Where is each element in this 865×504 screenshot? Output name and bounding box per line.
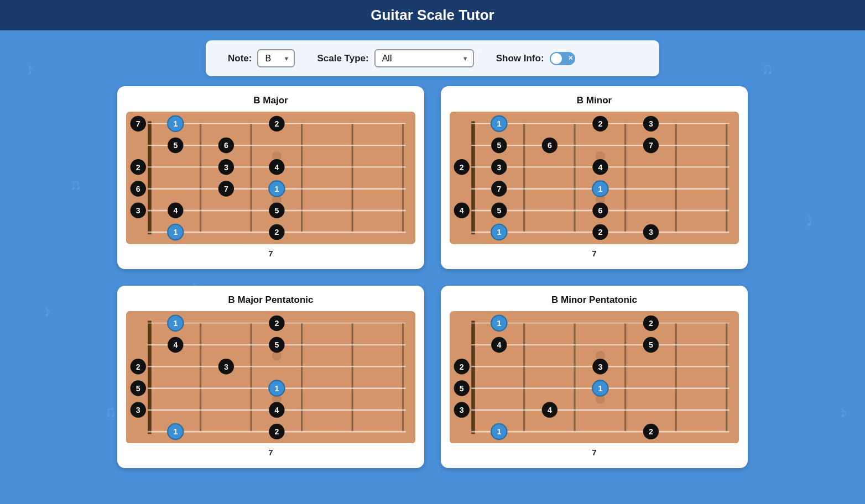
note-label: Note: bbox=[228, 53, 252, 64]
svg-text:2: 2 bbox=[598, 119, 602, 128]
svg-text:4: 4 bbox=[548, 406, 552, 414]
svg-text:3: 3 bbox=[460, 406, 464, 414]
note-control: Note: CC#DD#EFF#GG#AA#B bbox=[228, 49, 295, 67]
svg-text:3: 3 bbox=[136, 206, 140, 215]
svg-rect-50 bbox=[574, 124, 575, 232]
fretboard-svg-b-major: 7125623467134512 bbox=[126, 112, 415, 244]
scale-title-b-minor-pentatonic: B Minor Pentatonic bbox=[450, 295, 739, 306]
toggle-x-icon: ✕ bbox=[568, 55, 573, 62]
scale-card-b-major-pentatonic: B Major Pentatonic1245235134127 bbox=[117, 286, 424, 469]
svg-text:2: 2 bbox=[136, 362, 140, 371]
svg-rect-2 bbox=[200, 124, 201, 232]
scale-title-b-major: B Major bbox=[126, 95, 415, 106]
show-info-label: Show Info: bbox=[496, 53, 544, 64]
fretboard-container-b-minor-pentatonic: 1245235134127 bbox=[450, 311, 739, 458]
svg-text:4: 4 bbox=[497, 340, 501, 349]
svg-text:7: 7 bbox=[497, 185, 501, 193]
svg-rect-3 bbox=[250, 124, 252, 232]
svg-rect-0 bbox=[126, 112, 415, 244]
svg-text:3: 3 bbox=[224, 362, 228, 371]
svg-text:2: 2 bbox=[649, 319, 653, 328]
svg-rect-57 bbox=[471, 145, 729, 146]
svg-rect-144 bbox=[471, 322, 729, 323]
svg-text:2: 2 bbox=[274, 119, 279, 128]
svg-text:2: 2 bbox=[274, 319, 279, 328]
svg-rect-138 bbox=[574, 323, 575, 431]
scale-type-label: Scale Type: bbox=[317, 53, 368, 64]
fret-number-b-major-pentatonic: 7 bbox=[126, 448, 415, 457]
svg-rect-52 bbox=[675, 124, 677, 232]
show-info-control: Show Info: ✕ bbox=[496, 52, 575, 65]
svg-rect-51 bbox=[624, 124, 626, 232]
svg-text:2: 2 bbox=[460, 362, 464, 371]
svg-text:4: 4 bbox=[274, 163, 279, 172]
svg-rect-97 bbox=[148, 321, 152, 434]
svg-rect-49 bbox=[523, 124, 525, 232]
svg-rect-5 bbox=[352, 124, 353, 232]
fret-number-b-minor: 7 bbox=[450, 249, 739, 258]
svg-text:7: 7 bbox=[649, 141, 653, 150]
fretboard-container-b-minor: 123567234714561237 bbox=[450, 112, 739, 258]
svg-text:3: 3 bbox=[598, 362, 602, 371]
scale-title-b-major-pentatonic: B Major Pentatonic bbox=[126, 295, 415, 306]
svg-text:1: 1 bbox=[274, 185, 279, 193]
svg-text:1: 1 bbox=[173, 427, 178, 436]
svg-text:1: 1 bbox=[598, 384, 602, 393]
svg-rect-139 bbox=[624, 323, 626, 431]
svg-text:2: 2 bbox=[598, 228, 602, 237]
svg-text:4: 4 bbox=[274, 406, 279, 414]
svg-text:2: 2 bbox=[649, 427, 653, 436]
svg-text:5: 5 bbox=[274, 340, 279, 349]
scale-card-b-minor-pentatonic: B Minor Pentatonic1245235134127 bbox=[441, 286, 748, 469]
svg-rect-6 bbox=[402, 124, 404, 232]
svg-text:2: 2 bbox=[460, 163, 464, 172]
svg-rect-96 bbox=[126, 311, 415, 444]
fretboard-container-b-major: 71256234671345127 bbox=[126, 112, 415, 258]
svg-rect-4 bbox=[301, 124, 303, 232]
svg-text:5: 5 bbox=[460, 384, 464, 393]
svg-rect-136 bbox=[471, 321, 475, 434]
svg-text:1: 1 bbox=[497, 319, 501, 328]
toggle-knob bbox=[551, 53, 562, 64]
scale-type-select[interactable]: AllMajorMinorMajor PentatonicMinor Penta… bbox=[374, 49, 474, 67]
show-info-toggle[interactable]: ✕ bbox=[550, 52, 575, 65]
svg-rect-137 bbox=[523, 323, 525, 431]
svg-text:5: 5 bbox=[173, 141, 178, 150]
svg-text:4: 4 bbox=[460, 206, 464, 215]
scale-title-b-minor: B Minor bbox=[450, 95, 739, 106]
scale-card-b-major: B Major71256234671345127 bbox=[117, 86, 424, 269]
svg-text:3: 3 bbox=[497, 163, 501, 172]
svg-rect-98 bbox=[200, 323, 201, 431]
svg-rect-141 bbox=[726, 323, 727, 431]
controls-bar: Note: CC#DD#EFF#GG#AA#B Scale Type: AllM… bbox=[206, 40, 659, 76]
app-title: Guitar Scale Tutor bbox=[0, 7, 865, 24]
svg-text:5: 5 bbox=[274, 206, 279, 215]
svg-text:2: 2 bbox=[274, 427, 279, 436]
scale-type-control: Scale Type: AllMajorMinorMajor Pentatoni… bbox=[317, 49, 473, 67]
svg-rect-148 bbox=[471, 409, 729, 411]
svg-text:4: 4 bbox=[173, 340, 178, 349]
scales-grid: B Major71256234671345127B Minor123567234… bbox=[101, 86, 764, 485]
svg-text:1: 1 bbox=[274, 384, 279, 393]
note-select[interactable]: CC#DD#EFF#GG#AA#B bbox=[257, 49, 295, 67]
scale-card-b-minor: B Minor123567234714561237 bbox=[441, 86, 748, 269]
svg-text:1: 1 bbox=[497, 427, 501, 436]
svg-rect-47 bbox=[450, 112, 739, 244]
note-select-wrapper: CC#DD#EFF#GG#AA#B bbox=[257, 49, 295, 67]
svg-text:3: 3 bbox=[224, 163, 228, 172]
svg-rect-107 bbox=[148, 366, 405, 367]
svg-rect-149 bbox=[471, 431, 729, 433]
svg-text:6: 6 bbox=[548, 141, 552, 150]
svg-rect-1 bbox=[148, 121, 152, 234]
svg-text:7: 7 bbox=[136, 119, 140, 128]
svg-text:6: 6 bbox=[136, 185, 140, 193]
svg-text:7: 7 bbox=[224, 185, 228, 193]
svg-rect-135 bbox=[450, 311, 739, 444]
svg-text:1: 1 bbox=[173, 228, 178, 237]
svg-text:6: 6 bbox=[598, 206, 602, 215]
svg-text:4: 4 bbox=[173, 206, 178, 215]
svg-text:5: 5 bbox=[497, 141, 501, 150]
svg-text:6: 6 bbox=[224, 141, 228, 150]
svg-rect-140 bbox=[675, 323, 677, 431]
svg-rect-101 bbox=[352, 323, 353, 431]
